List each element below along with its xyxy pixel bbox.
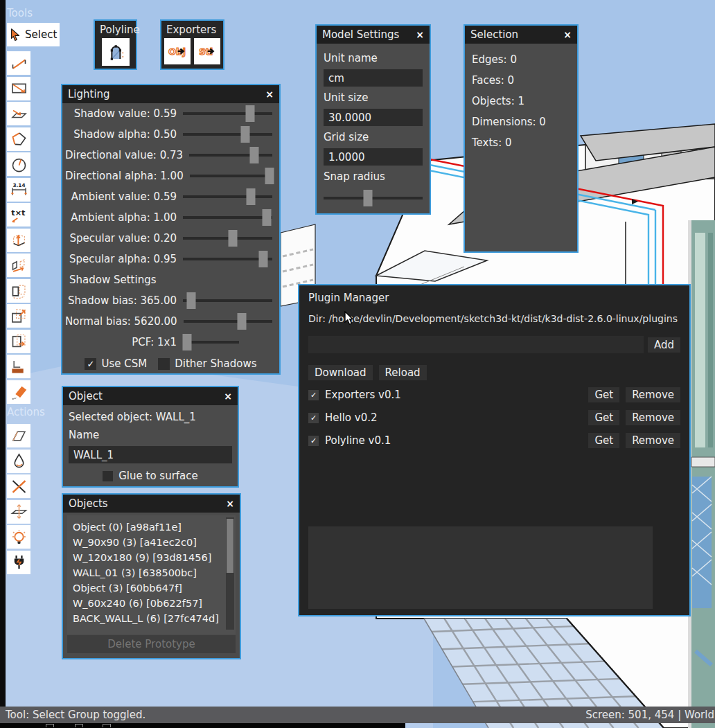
slider-thumb[interactable] bbox=[265, 168, 274, 184]
close-icon[interactable]: × bbox=[265, 89, 274, 99]
slider-track[interactable] bbox=[184, 312, 272, 330]
unit-size-input[interactable] bbox=[324, 109, 423, 126]
checked-checkbox-icon[interactable]: ✓ bbox=[85, 358, 96, 370]
close-icon[interactable]: × bbox=[226, 499, 234, 508]
plugin-get-button[interactable]: Get bbox=[588, 387, 619, 402]
action-button-delete[interactable] bbox=[7, 474, 30, 498]
tool-button-eraser[interactable] bbox=[7, 380, 30, 404]
tool-button-copy[interactable] bbox=[7, 279, 30, 303]
slider-track[interactable] bbox=[183, 188, 272, 206]
lighting-panel-titlebar[interactable]: Lighting × bbox=[62, 85, 279, 103]
slider-track[interactable] bbox=[183, 208, 272, 227]
select-tool-button[interactable]: Select bbox=[7, 23, 60, 46]
grid-size-input[interactable] bbox=[324, 148, 423, 166]
tool-button-line[interactable] bbox=[7, 51, 30, 75]
checkbox-use-csm[interactable]: ✓Use CSM bbox=[85, 357, 147, 370]
unit-name-input[interactable] bbox=[324, 69, 423, 87]
objects-list-item[interactable]: W_90x90 (3) [a41ec2c0] bbox=[67, 535, 236, 550]
objects-list-item[interactable]: W_120x180 (9) [93d81456] bbox=[67, 550, 236, 565]
polyline-plugin-button[interactable] bbox=[102, 38, 130, 66]
object-name-input[interactable] bbox=[69, 446, 232, 463]
close-icon[interactable]: × bbox=[224, 391, 232, 401]
slider-track[interactable] bbox=[183, 229, 272, 247]
plugin-enabled-checkbox[interactable]: ✓ bbox=[308, 390, 319, 400]
plugin-remove-button[interactable]: Remove bbox=[626, 410, 680, 425]
snap-radius-slider[interactable] bbox=[324, 189, 423, 207]
export-stl-button[interactable]: Stl bbox=[194, 38, 220, 64]
action-button-flip[interactable] bbox=[7, 500, 30, 524]
tool-button-push-pull[interactable] bbox=[7, 229, 30, 252]
model-settings-titlebar[interactable]: Model Settings × bbox=[317, 26, 430, 44]
slider-label: Directional value: 0.73 bbox=[65, 149, 189, 161]
slider-track[interactable] bbox=[190, 167, 272, 185]
tool-button-plane[interactable] bbox=[7, 102, 30, 125]
close-icon[interactable]: × bbox=[563, 30, 572, 39]
tool-button-move[interactable] bbox=[7, 254, 30, 277]
tool-button-rectangle[interactable] bbox=[7, 77, 30, 100]
action-button-face[interactable] bbox=[7, 424, 30, 447]
plugin-enabled-checkbox[interactable]: ✓ bbox=[308, 436, 319, 446]
paint-action-icon bbox=[10, 452, 28, 470]
plugin-list: ✓Exporters v0.1GetRemove✓Hello v0.2GetRe… bbox=[299, 387, 689, 449]
slider-thumb[interactable] bbox=[247, 188, 256, 205]
selection-panel: Selection × Edges: 0Faces: 0Objects: 1Di… bbox=[464, 24, 579, 253]
checkbox-dither-shadows[interactable]: Dither Shadows bbox=[158, 357, 256, 370]
selection-count: Faces: 0 bbox=[465, 70, 577, 91]
delete-prototype-button[interactable]: Delete Prototype bbox=[67, 635, 236, 653]
slider-thumb[interactable] bbox=[238, 313, 247, 330]
objects-list-item[interactable]: BACK_WALL_L (6) [27fc474d] bbox=[67, 611, 236, 626]
tool-button-text[interactable]: t×t bbox=[7, 203, 30, 227]
slider-thumb[interactable] bbox=[186, 292, 195, 309]
download-button[interactable]: Download bbox=[308, 365, 373, 380]
plugin-add-input[interactable] bbox=[308, 336, 644, 353]
slider-label: Shadow alpha: 0.50 bbox=[65, 128, 183, 141]
taskbar-icon-fragment bbox=[46, 724, 54, 727]
slider-label: Shadow value: 0.59 bbox=[65, 107, 183, 120]
tool-button-level[interactable] bbox=[7, 355, 30, 378]
slider-thumb[interactable] bbox=[245, 105, 254, 122]
tool-button-circle[interactable] bbox=[7, 152, 30, 176]
extrude-corner-tool-icon bbox=[10, 307, 28, 326]
object-titlebar[interactable]: Object × bbox=[63, 387, 238, 405]
action-button-plug[interactable] bbox=[7, 551, 30, 574]
slider-track[interactable] bbox=[183, 105, 272, 123]
slider-thumb[interactable] bbox=[229, 230, 238, 247]
add-plugin-button[interactable]: Add bbox=[648, 337, 680, 353]
slider-track[interactable] bbox=[183, 292, 272, 310]
slider-thumb[interactable] bbox=[249, 147, 258, 163]
action-button-light[interactable] bbox=[7, 525, 30, 549]
slider-track[interactable] bbox=[189, 146, 272, 164]
selection-titlebar[interactable]: Selection × bbox=[465, 26, 577, 44]
objects-list-item[interactable]: Object (3) [60bb647f] bbox=[67, 580, 236, 596]
tool-button-extrude-side[interactable] bbox=[7, 330, 30, 353]
plugin-enabled-checkbox[interactable]: ✓ bbox=[308, 413, 319, 423]
slider-track[interactable] bbox=[183, 125, 272, 143]
plugin-name: Exporters v0.1 bbox=[325, 389, 582, 401]
unchecked-checkbox-icon[interactable] bbox=[158, 358, 170, 370]
action-button-paint[interactable] bbox=[7, 450, 30, 473]
plugin-get-button[interactable]: Get bbox=[588, 410, 619, 425]
slider-track[interactable] bbox=[183, 250, 272, 268]
reload-button[interactable]: Reload bbox=[379, 365, 427, 380]
scrollbar[interactable] bbox=[226, 517, 234, 630]
objects-list-item[interactable]: Object (0) [a98af11e] bbox=[67, 520, 236, 535]
slider-thumb[interactable] bbox=[182, 334, 191, 350]
slider-track[interactable] bbox=[183, 333, 239, 351]
tool-button-extrude-corner[interactable] bbox=[7, 304, 30, 328]
slider-thumb[interactable] bbox=[364, 190, 373, 206]
objects-titlebar[interactable]: Objects × bbox=[63, 495, 240, 513]
slider-thumb[interactable] bbox=[259, 251, 268, 267]
scrollbar-thumb[interactable] bbox=[227, 519, 233, 573]
slider-thumb[interactable] bbox=[263, 209, 272, 226]
export-obj-button[interactable]: Obj bbox=[164, 38, 191, 64]
plugin-remove-button[interactable]: Remove bbox=[626, 433, 680, 448]
tool-button-polygon[interactable] bbox=[7, 127, 30, 151]
glue-to-surface-checkbox[interactable] bbox=[103, 471, 113, 481]
tool-button-dimension[interactable]: 3.14 bbox=[7, 178, 30, 202]
objects-list-item[interactable]: WALL_01 (3) [638500bc] bbox=[67, 565, 236, 580]
plugin-remove-button[interactable]: Remove bbox=[626, 387, 680, 402]
plugin-get-button[interactable]: Get bbox=[588, 433, 619, 448]
objects-list-item[interactable]: W_60x240 (6) [0b622f57] bbox=[67, 596, 236, 611]
slider-thumb[interactable] bbox=[241, 126, 250, 143]
close-icon[interactable]: × bbox=[416, 30, 424, 39]
